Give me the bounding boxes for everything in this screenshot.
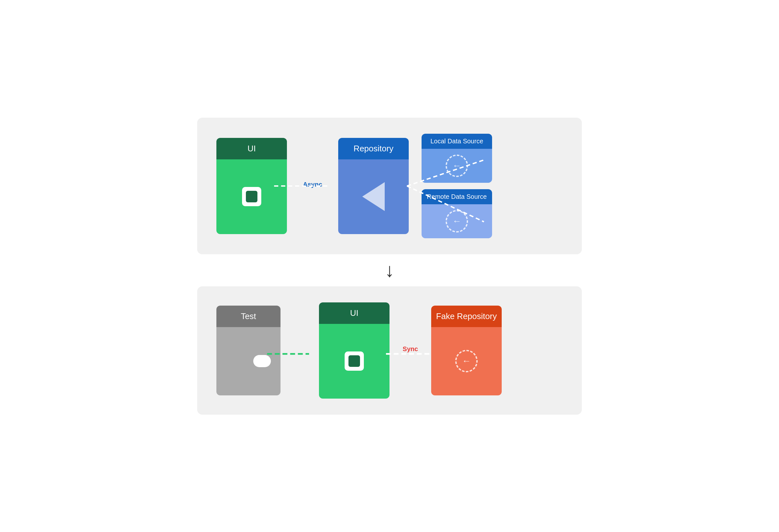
repository-header: Repository <box>338 138 409 159</box>
sync-label: Sync <box>403 345 418 353</box>
fake-repository-block: Fake Repository ← <box>431 306 502 395</box>
ui-body-bottom <box>319 324 390 399</box>
remote-ds-title: Remote Data Source <box>427 193 487 200</box>
remote-ds-body: ← <box>422 204 492 238</box>
async-label: Async <box>303 181 322 188</box>
test-block: Test <box>217 306 281 395</box>
fake-repo-header: Fake Repository <box>431 306 502 327</box>
ui-block: UI <box>217 138 287 234</box>
remote-ds-header: Remote Data Source <box>422 189 492 204</box>
fake-repo-arrow-icon: ← <box>462 356 471 366</box>
ui-header: UI <box>217 138 287 159</box>
remote-ds-circle: ← <box>445 210 468 233</box>
triangle-arrow-icon <box>362 182 385 211</box>
local-ds-header: Local Data Source <box>422 134 492 149</box>
down-arrow: ↓ <box>385 261 394 280</box>
fake-repo-circle: ← <box>455 350 478 372</box>
right-sources: Local Data Source ← Remote Data Source ← <box>422 134 492 238</box>
bottom-diagram: Test UI Sync Fake Repository ← <box>197 286 582 415</box>
main-container: UI Async Repository Local Data Sou <box>197 118 582 415</box>
test-header: Test <box>217 306 281 327</box>
remote-ds-arrow-icon: ← <box>452 216 461 226</box>
ui-block-bottom: UI <box>319 302 390 399</box>
local-ds-circle: ← <box>445 155 468 177</box>
repository-block: Repository <box>338 138 409 234</box>
ui-square-icon-bottom <box>345 351 364 371</box>
fake-repo-body: ← <box>431 327 502 395</box>
local-data-source: Local Data Source ← <box>422 134 492 183</box>
repository-body <box>338 159 409 234</box>
ui-square-inner <box>246 191 257 202</box>
ui-header-bottom: UI <box>319 302 390 324</box>
test-body <box>217 327 281 395</box>
ui-square-inner-bottom <box>349 355 360 367</box>
local-ds-body: ← <box>422 149 492 183</box>
ui-square-icon <box>242 187 261 206</box>
local-ds-arrow-icon: ← <box>452 161 461 171</box>
capsule-icon <box>253 355 271 367</box>
top-diagram: UI Async Repository Local Data Sou <box>197 118 582 254</box>
ui-body <box>217 159 287 234</box>
remote-data-source: Remote Data Source ← <box>422 189 492 238</box>
